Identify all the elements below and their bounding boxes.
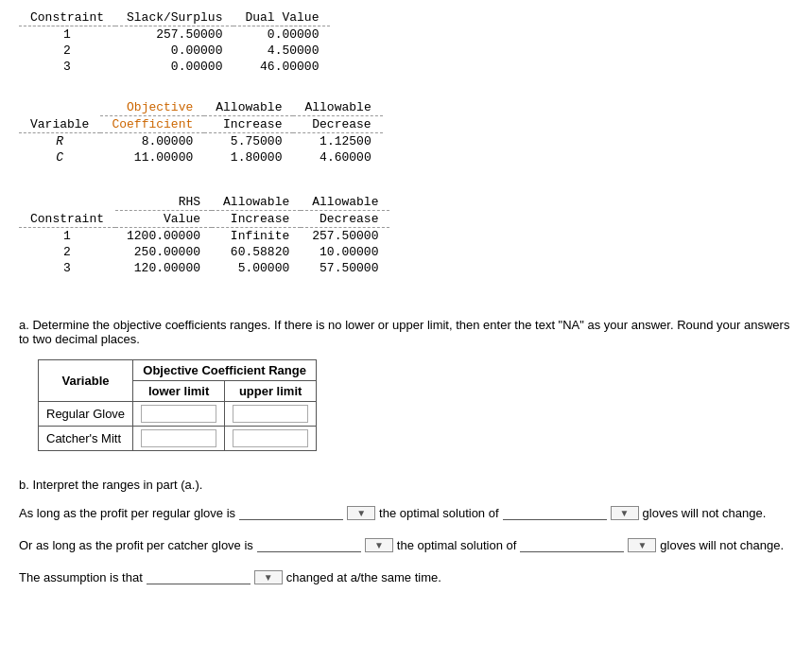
dropdown-arrow-icon: ▼ <box>356 508 366 518</box>
obj-range-table: Variable Objective Coefficient Range low… <box>38 359 317 451</box>
allowable-inc-cell: 5.75000 <box>204 133 293 150</box>
line1-suffix: gloves will not change. <box>643 506 767 520</box>
line2-value1 <box>257 537 361 552</box>
slack-col-header: Slack/Surplus <box>115 9 233 26</box>
dual-cell: 0.00000 <box>233 26 330 44</box>
line2-dropdown1[interactable]: ▼ <box>365 538 393 552</box>
table-row: 3 0.00000 46.00000 <box>19 59 330 75</box>
rhs-constraint-cell: 3 <box>19 260 115 276</box>
line3-dropdown[interactable]: ▼ <box>254 570 283 584</box>
part-b-label: b. Interpret the ranges in part (a.). <box>19 478 793 492</box>
allowable-dec-header-2: Decrease <box>293 116 382 133</box>
part-b-line2: Or as long as the profit per catcher glo… <box>19 537 793 552</box>
rhs-dec-cell: 57.50000 <box>301 260 389 276</box>
rhs-dec-header-1: Allowable <box>301 194 389 211</box>
line1-value2 <box>503 505 607 520</box>
rhs-val-cell: 250.00000 <box>115 244 212 260</box>
table-row: 1 1200.00000 Infinite 257.50000 <box>19 228 389 245</box>
obj-coef-cell: 11.00000 <box>100 149 204 166</box>
variable-cell: C <box>19 149 100 166</box>
line1-value1 <box>239 505 343 520</box>
var-col-header: Variable <box>19 99 100 133</box>
rhs-val-header-1: RHS <box>115 194 212 211</box>
obj-range-lower-cell[interactable] <box>133 402 225 427</box>
obj-range-title: Objective Coefficient Range <box>133 360 317 381</box>
line2-suffix: gloves will not change. <box>660 538 784 552</box>
rhs-inc-header-2: Increase <box>212 211 301 228</box>
obj-range-lower-cell[interactable] <box>133 427 225 451</box>
obj-range-upper-cell[interactable] <box>225 427 317 451</box>
table-row: 2 0.00000 4.50000 <box>19 43 330 59</box>
constraint-cell: 3 <box>19 59 115 75</box>
table-row: 2 250.00000 60.58820 10.00000 <box>19 244 389 260</box>
dropdown-arrow-icon: ▼ <box>264 572 273 583</box>
rhs-inc-header-1: Allowable <box>212 194 301 211</box>
obj-coef-header-2: Coefficient <box>100 116 204 133</box>
part-b-line3: The assumption is that ▼ changed at a/th… <box>19 569 793 584</box>
line2-value2 <box>520 537 624 552</box>
obj-range-variable-cell: Catcher's Mitt <box>39 427 133 451</box>
obj-range-variable-header: Variable <box>39 360 133 402</box>
rhs-inc-cell: 60.58820 <box>212 244 301 260</box>
constraint-cell: 1 <box>19 26 115 44</box>
dual-cell: 46.00000 <box>233 59 330 75</box>
rhs-val-cell: 1200.00000 <box>115 228 212 245</box>
obj-range-variable-cell: Regular Glove <box>39 402 133 427</box>
obj-range-upper-cell[interactable] <box>225 402 317 427</box>
line1-prefix: As long as the profit per regular glove … <box>19 506 235 520</box>
rhs-dec-cell: 257.50000 <box>301 228 389 245</box>
obj-coef-cell: 8.00000 <box>100 133 204 150</box>
upper-limit-input[interactable] <box>233 429 308 447</box>
rhs-constraint-cell: 1 <box>19 228 115 245</box>
line2-prefix: Or as long as the profit per catcher glo… <box>19 538 253 552</box>
rhs-constraint-cell: 2 <box>19 244 115 260</box>
line3-prefix: The assumption is that <box>19 570 143 584</box>
table-row: R 8.00000 5.75000 1.12500 <box>19 133 383 150</box>
constraint-cell: 2 <box>19 43 115 59</box>
lower-limit-input[interactable] <box>141 429 216 447</box>
line3-suffix: changed at a/the same time. <box>286 570 441 584</box>
part-b-line1: As long as the profit per regular glove … <box>19 505 793 520</box>
table-row: C 11.00000 1.80000 4.60000 <box>19 149 383 166</box>
rhs-dec-header-2: Decrease <box>301 211 389 228</box>
list-item: Regular Glove <box>39 402 317 427</box>
slack-cell: 0.00000 <box>115 59 233 75</box>
rhs-val-cell: 120.00000 <box>115 260 212 276</box>
allowable-dec-cell: 1.12500 <box>293 133 382 150</box>
upper-limit-input[interactable] <box>233 405 308 423</box>
rhs-constraint-header: Constraint <box>19 194 115 228</box>
line2-dropdown2[interactable]: ▼ <box>628 538 656 552</box>
allowable-dec-cell: 4.60000 <box>293 149 382 166</box>
part-a-label: a. Determine the objective coefficients … <box>19 318 793 346</box>
rhs-inc-cell: 5.00000 <box>212 260 301 276</box>
variable-cell: R <box>19 133 100 150</box>
rhs-dec-cell: 10.00000 <box>301 244 389 260</box>
line1-mid: the optimal solution of <box>379 506 498 520</box>
line1-dropdown2[interactable]: ▼ <box>611 506 639 520</box>
rhs-inc-cell: Infinite <box>212 228 301 245</box>
slack-cell: 0.00000 <box>115 43 233 59</box>
dropdown-arrow-icon: ▼ <box>374 540 384 550</box>
line3-value <box>147 569 251 584</box>
allowable-inc-header-2: Increase <box>204 116 293 133</box>
obj-range-upper-header: upper limit <box>225 381 317 402</box>
allowable-dec-header-1: Allowable <box>293 99 382 116</box>
rhs-val-header-2: Value <box>115 211 212 228</box>
dual-cell: 4.50000 <box>233 43 330 59</box>
allowable-inc-cell: 1.80000 <box>204 149 293 166</box>
table-row: 3 120.00000 5.00000 57.50000 <box>19 260 389 276</box>
lower-limit-input[interactable] <box>141 405 216 423</box>
dual-col-header: Dual Value <box>233 9 330 26</box>
obj-range-lower-header: lower limit <box>133 381 225 402</box>
table-row: 1 257.50000 0.00000 <box>19 26 330 44</box>
obj-coef-header-1: Objective <box>100 99 204 116</box>
constraint-col-header: Constraint <box>19 9 115 26</box>
list-item: Catcher's Mitt <box>39 427 317 451</box>
line2-mid: the optimal solution of <box>397 538 516 552</box>
line1-dropdown1[interactable]: ▼ <box>347 506 375 520</box>
dropdown-arrow-icon: ▼ <box>637 540 647 550</box>
dropdown-arrow-icon: ▼ <box>620 508 630 518</box>
allowable-inc-header-1: Allowable <box>204 99 293 116</box>
slack-cell: 257.50000 <box>115 26 233 44</box>
